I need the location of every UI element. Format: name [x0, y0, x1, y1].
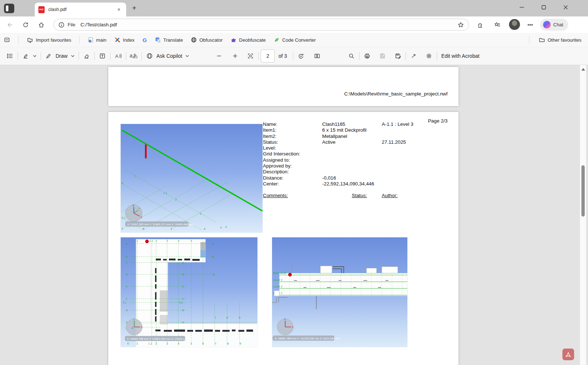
scrollbar-up-icon[interactable]: [581, 68, 585, 71]
plan-shaft-block: [160, 290, 168, 312]
svg-text:4: 4: [225, 226, 227, 229]
rotate-icon[interactable]: [295, 50, 306, 62]
svg-text:Level 3: Level 3: [273, 279, 282, 282]
browser-tab[interactable]: PDF clash.pdf ×: [35, 3, 126, 16]
scrollbar-track[interactable]: [580, 65, 586, 365]
clash-3d-view: 11.12344.12B3A44 Z X Y X: 13457,203 mm Y…: [121, 124, 263, 233]
svg-text:E: E: [126, 285, 127, 288]
tab-actions-icon[interactable]: [4, 4, 14, 13]
pdf-page-2: Page 2/3 Name:Clash1165A-1.1 : Level 3 I…: [108, 112, 459, 365]
svg-text:9: 9: [240, 342, 241, 345]
copilot-chevron-icon[interactable]: [184, 50, 191, 62]
favorite-star-icon[interactable]: [457, 21, 464, 29]
info-icon[interactable]: [58, 22, 65, 28]
svg-text:E: E: [182, 285, 184, 288]
svg-text:1: 1: [136, 342, 138, 345]
copilot-pdf-icon[interactable]: [144, 50, 155, 62]
building-elevation: [279, 273, 407, 296]
acrobat-floating-button[interactable]: [562, 349, 574, 360]
svg-text:Z: Z: [132, 326, 133, 330]
highlighter-chevron-icon[interactable]: [31, 50, 38, 62]
bookmark-translate[interactable]: G文 Translate: [155, 37, 183, 43]
svg-text:X: X: [141, 326, 143, 328]
other-favourites-button[interactable]: Other favourites: [529, 33, 582, 47]
more-options-icon[interactable]: [525, 19, 536, 30]
svg-text:4: 4: [220, 226, 222, 229]
svg-text:3: 3: [166, 240, 168, 242]
svg-text:3: 3: [166, 342, 168, 345]
refresh-icon[interactable]: [20, 19, 31, 30]
svg-text:F: F: [182, 298, 184, 301]
model-file-path: C:\Models\Revit\rme_basic_sample_project…: [344, 91, 448, 97]
svg-text:G: G: [126, 309, 128, 312]
scrollbar-thumb[interactable]: [581, 165, 585, 217]
settings-gear-icon[interactable]: [423, 50, 434, 62]
url-text[interactable]: C:/Test/clash.pdf: [80, 22, 457, 27]
svg-text:2: 2: [121, 227, 123, 230]
read-aloud-icon[interactable]: A: [113, 50, 124, 62]
svg-text:9: 9: [239, 316, 240, 319]
bookmark-google[interactable]: G: [143, 37, 147, 43]
comments-heading: Comments:: [263, 193, 288, 198]
back-icon[interactable]: [4, 19, 15, 30]
print-icon[interactable]: [362, 50, 373, 62]
svg-text:C: C: [126, 261, 128, 264]
clash-marker-elevation: [289, 273, 292, 276]
bookmark-index[interactable]: Index: [114, 37, 135, 43]
svg-text:Y: Y: [133, 318, 135, 320]
extensions-icon[interactable]: [474, 19, 485, 30]
fit-to-page-icon[interactable]: [245, 50, 256, 62]
page-view-icon[interactable]: [312, 50, 323, 62]
svg-text:B: B: [143, 227, 144, 230]
zoom-in-icon[interactable]: [230, 50, 241, 62]
bookmark-code-converter[interactable]: Code Converter: [274, 37, 316, 43]
coordinate-readout-3d: X: 13457,203 mm Y: 31483,171 mm Z: 18445…: [125, 222, 193, 226]
new-tab-button[interactable]: +: [130, 4, 139, 12]
window-minimize-button[interactable]: [513, 0, 530, 15]
translate-icon: G文: [155, 37, 161, 43]
address-bar[interactable]: File C:/Test/clash.pdf: [53, 19, 469, 31]
window-maximize-button[interactable]: [535, 0, 552, 15]
page-number-input[interactable]: 2: [261, 49, 275, 63]
bookmark-main[interactable]: main: [88, 37, 106, 43]
draw-chevron-icon[interactable]: [69, 50, 76, 62]
favorites-bar-menu-icon[interactable]: [4, 37, 10, 43]
bookmark-import-favourites[interactable]: Import favourites: [27, 37, 71, 43]
copilot-chat-button[interactable]: Chat: [540, 19, 568, 31]
highlighter-icon[interactable]: [20, 50, 31, 62]
page-clock-icon: [88, 37, 94, 43]
svg-text:A: A: [212, 242, 214, 245]
draw-label[interactable]: Draw: [56, 53, 68, 59]
svg-text:2: 2: [175, 198, 177, 201]
bookmark-obfuscator[interactable]: Obfuscator: [191, 37, 223, 43]
window-close-button[interactable]: [557, 0, 574, 15]
svg-text:D: D: [126, 273, 128, 276]
save-as-icon[interactable]: [392, 50, 403, 62]
search-icon[interactable]: [346, 50, 357, 62]
home-icon[interactable]: [36, 19, 47, 30]
profile-avatar[interactable]: [509, 19, 520, 30]
edit-with-acrobat-button[interactable]: Edit with Acrobat: [441, 53, 479, 59]
table-of-contents-icon[interactable]: [4, 50, 15, 62]
svg-text:X: 16885,799 mm Y: -14310,230: X: 16885,799 mm Y: -14310,230 mm Z: 5253…: [275, 337, 340, 340]
folder-icon: [539, 37, 545, 43]
pdf-document-area[interactable]: C:\Models\Revit\rme_basic_sample_project…: [0, 65, 588, 365]
ask-copilot-label[interactable]: Ask Copilot: [157, 53, 182, 59]
svg-text:X: 16885,799 mm Y: 14083,258: X: 16885,799 mm Y: 14083,258 mm Z: 15444…: [127, 338, 193, 340]
svg-text:X: 13457,203 mm Y: 31483,171: X: 13457,203 mm Y: 31483,171 mm Z: 18445…: [127, 223, 193, 226]
favourites-list-icon[interactable]: [492, 19, 503, 30]
full-screen-icon[interactable]: [408, 50, 419, 62]
code-converter-icon: [274, 37, 280, 43]
file-scheme-label: File: [68, 22, 75, 27]
add-text-icon[interactable]: [97, 50, 108, 62]
zoom-out-icon[interactable]: [214, 50, 225, 62]
tab-close-icon[interactable]: ×: [115, 6, 122, 13]
tab-strip: PDF clash.pdf × +: [0, 0, 588, 16]
eraser-icon[interactable]: [81, 50, 92, 62]
pdf-toolbar: Draw A aあ Ask Copilot 2 of 3: [0, 47, 588, 65]
bookmark-deobfuscate[interactable]: Deobfuscate: [231, 37, 266, 43]
translate-page-icon[interactable]: aあ: [128, 50, 139, 62]
svg-text:8: 8: [226, 316, 228, 319]
svg-text:5: 5: [191, 342, 192, 345]
draw-icon[interactable]: [43, 50, 54, 62]
